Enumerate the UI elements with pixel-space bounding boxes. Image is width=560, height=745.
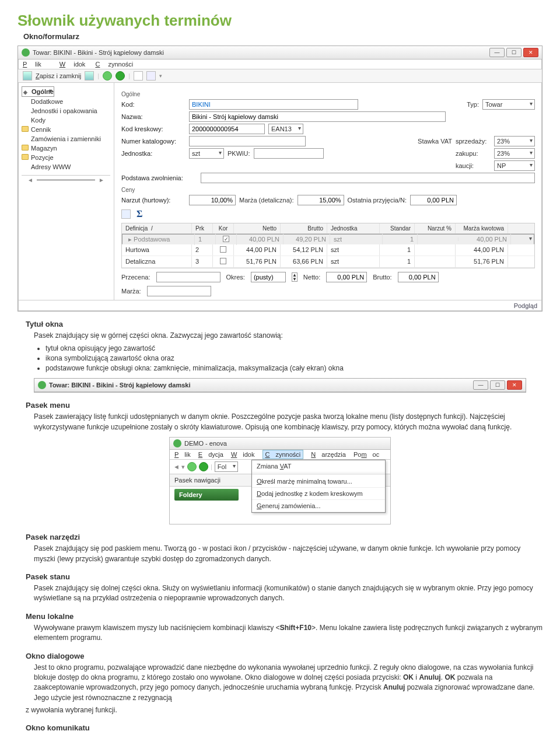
menu-plik[interactable]: Plik — [174, 451, 191, 458]
menu-item-zmiana-vat[interactable]: Zmiana VAT — [252, 460, 385, 473]
menu-widok[interactable]: Widok — [60, 61, 86, 68]
col-brutto[interactable]: Brutto — [281, 223, 327, 233]
menu-pomoc[interactable]: Pomoc — [354, 451, 379, 458]
numkat-input[interactable] — [189, 136, 306, 146]
przecena-input[interactable] — [156, 272, 220, 282]
nav-forward-icon[interactable] — [116, 71, 125, 81]
col-narzut[interactable]: Narzut % — [415, 223, 456, 233]
sidebar-item-zamowienia[interactable]: Zamówienia i zamienniki — [22, 134, 110, 144]
sidebar-item-dodatkowe[interactable]: Dodatkowe — [22, 97, 110, 106]
checkbox-icon[interactable] — [220, 258, 226, 264]
folder-icon — [22, 145, 29, 151]
grid-row[interactable]: Detaliczna 3 51,76 PLN 63,66 PLN szt 1 5… — [122, 256, 534, 268]
history-back-icon[interactable]: ◄ ▾ — [173, 463, 185, 471]
nav-back-icon[interactable] — [103, 71, 112, 81]
save-icon[interactable] — [23, 71, 32, 81]
brutto-input[interactable] — [398, 272, 439, 282]
netto-input[interactable] — [326, 272, 367, 282]
menu-item-dodaj-jednostke[interactable]: Dodaj jednostkę z kodem kreskowym — [252, 488, 385, 500]
spinner-icon[interactable]: ▲▼ — [292, 272, 298, 282]
typ-select[interactable]: Towar — [482, 99, 535, 110]
nav-icon[interactable] — [199, 462, 208, 471]
sidebar-item-cennik[interactable]: Cennik — [22, 125, 110, 134]
vat-sprzedazy-select[interactable]: 23% — [494, 136, 535, 146]
foldery-panel[interactable]: Foldery — [174, 489, 239, 501]
col-definicja[interactable]: Definicja / — [122, 223, 192, 233]
col-kor[interactable]: Kor — [213, 223, 234, 233]
grid-row[interactable]: Hurtowa 2 44,00 PLN 54,12 PLN szt 1 44,0… — [122, 244, 534, 256]
sidebar-item-kody[interactable]: Kody — [22, 116, 110, 125]
kodkreskowy-input[interactable] — [189, 124, 265, 134]
heading-pasek-menu: Pasek menu — [26, 401, 542, 410]
close-button[interactable]: ✕ — [507, 380, 522, 390]
heading-tytul-okna: Tytuł okna — [26, 320, 542, 328]
save-close-button[interactable]: Zapisz i zamknij — [36, 72, 81, 79]
sidebar-item-pozycje[interactable]: Pozycje — [22, 153, 110, 162]
col-netto[interactable]: Netto — [234, 223, 281, 233]
titlebar-example: Towar: BIKINI - Bikini - Strój kąpielowy… — [34, 379, 526, 392]
kod-input[interactable] — [189, 99, 358, 110]
group-ceny: Ceny — [121, 187, 535, 193]
menu-item-okresl-marze[interactable]: Określ marżę minimalną towaru... — [252, 475, 385, 488]
label-przecena: Przecena: — [121, 274, 150, 281]
pkwiu-input[interactable] — [254, 148, 324, 159]
print-icon[interactable] — [146, 71, 156, 81]
fol-select[interactable]: Fol — [215, 461, 238, 472]
toolbar: Zapisz i zamknij | | ▾ — [18, 69, 542, 83]
label-pkwiu: PKWiU: — [228, 150, 250, 157]
marza-footer-input[interactable] — [147, 286, 211, 296]
col-standar[interactable]: Standar — [380, 223, 415, 233]
sidebar-item-jednostki[interactable]: Jednostki i opakowania — [22, 106, 110, 116]
menu-edycja[interactable]: Edycja — [198, 451, 223, 458]
app-icon — [38, 381, 46, 389]
menu-narzedzia[interactable]: Narzędzia — [311, 451, 346, 458]
maximize-button[interactable]: ☐ — [506, 48, 522, 57]
sigma-icon[interactable]: Σ — [136, 209, 142, 219]
jednostka-select[interactable]: szt — [189, 148, 224, 159]
label-kaucji: kaucji: — [456, 162, 491, 169]
col-jednostka[interactable]: Jednostka — [327, 223, 380, 233]
save-icon-2[interactable] — [85, 71, 94, 81]
label-kod: Kod: — [121, 101, 186, 108]
sidebar-item-ogolne[interactable]: ◈Ogólne — [22, 86, 54, 97]
nazwa-input[interactable] — [189, 111, 446, 122]
menu-item-generuj[interactable]: Generuj zamówienia... — [252, 500, 385, 512]
vat-zakupu-select[interactable]: 23% — [494, 148, 535, 159]
narzut-input[interactable] — [189, 195, 236, 205]
minimize-button[interactable]: — — [489, 48, 505, 57]
grid-tool-icon[interactable] — [121, 209, 131, 219]
maximize-button[interactable]: ☐ — [490, 380, 505, 390]
menu-czynnosci[interactable]: Czynności — [262, 450, 304, 459]
checkbox-icon[interactable] — [223, 236, 229, 242]
para-tytul: Pasek znajdujący się w górnej części okn… — [34, 331, 542, 341]
scroll-left-icon[interactable]: ◄ — [24, 177, 37, 183]
tool-icon[interactable] — [134, 71, 143, 81]
nav-icon[interactable] — [187, 462, 197, 471]
scroll-right-icon[interactable]: ► — [95, 177, 108, 183]
label-podstawa: Podstawa zwolnienia: — [121, 174, 197, 181]
ostatnia-input[interactable] — [410, 195, 457, 205]
app-icon — [22, 48, 30, 57]
minimize-button[interactable]: — — [473, 380, 488, 390]
sidebar-item-adresy[interactable]: Adresy WWW — [22, 162, 110, 172]
label-ostatnia: Ostatnia przyjęcia/N: — [348, 197, 407, 204]
sidebar-item-magazyn[interactable]: Magazyn — [22, 144, 110, 153]
marza-input[interactable] — [298, 195, 344, 205]
sidebar: ◈Ogólne Dodatkowe Jednostki i opakowania… — [18, 83, 114, 300]
checkbox-icon[interactable] — [220, 246, 226, 253]
group-ogolne: Ogólne — [121, 91, 535, 97]
col-marza-kw[interactable]: Marża kwotowa — [456, 223, 508, 233]
grid-row[interactable]: ▸ Podstawowa 1 40,00 PLN 49,20 PLN szt 1… — [122, 234, 534, 244]
window-title: Towar: BIKINI - Bikini - Strój kąpielowy… — [49, 382, 473, 389]
menu-czynnosci[interactable]: Czynności — [95, 61, 133, 68]
menu-plik[interactable]: Plik — [23, 61, 50, 68]
col-prk[interactable]: Prk — [192, 223, 213, 233]
podstawa-input[interactable] — [201, 173, 535, 183]
menu-widok[interactable]: Widok — [231, 451, 255, 458]
menubar: Plik Widok Czynności — [18, 60, 542, 69]
okres-input[interactable] — [251, 272, 286, 282]
close-button[interactable]: ✕ — [523, 48, 538, 57]
ean-select[interactable]: EAN13 — [268, 124, 303, 134]
vat-kaucji-select[interactable]: NP — [494, 160, 535, 171]
label-sprzedazy: sprzedaży: — [456, 138, 491, 145]
